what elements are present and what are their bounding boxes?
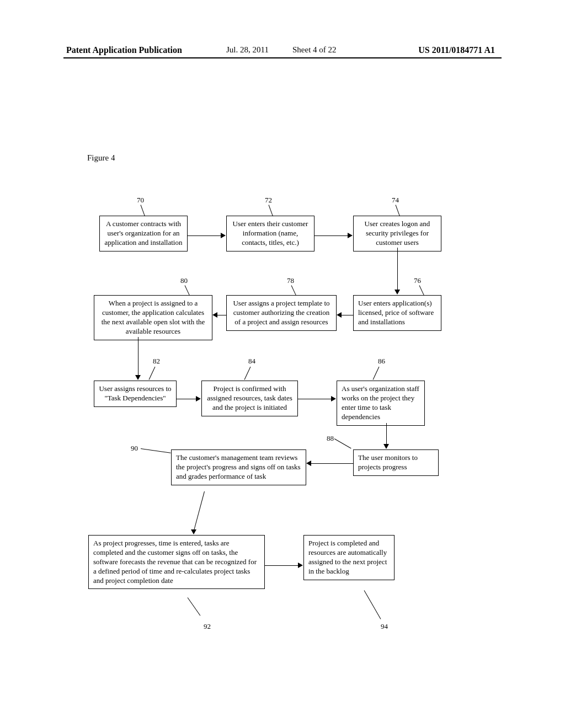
ref-80: 80 — [180, 276, 188, 285]
leader-90 — [141, 448, 171, 453]
leader-80 — [185, 285, 190, 296]
arrowhead-86-88 — [383, 444, 389, 449]
ref-82: 82 — [153, 357, 160, 366]
box-92: As project progresses, time is entered, … — [88, 535, 265, 589]
arrowhead-78-80 — [212, 312, 217, 318]
arrow-82-84 — [177, 399, 197, 399]
leader-94 — [364, 590, 381, 619]
leader-88 — [334, 438, 351, 448]
header-publication: Patent Application Publication — [66, 45, 182, 55]
flowchart-diagram: A customer contracts with user's organiz… — [83, 196, 480, 654]
box-72: User enters their customer information (… — [226, 216, 315, 251]
box-76: User enters application(s) licensed, pri… — [353, 295, 441, 331]
arrowhead-74-76 — [395, 290, 400, 295]
ref-94: 94 — [381, 622, 388, 631]
ref-92: 92 — [204, 622, 211, 631]
header-date: Jul. 28, 2011 — [226, 45, 269, 55]
arrowhead-76-78 — [337, 312, 342, 318]
ref-78: 78 — [287, 276, 294, 285]
arrow-78-80 — [217, 315, 226, 315]
box-84: Project is confirmed with assigned resou… — [201, 381, 298, 416]
leader-84 — [244, 367, 251, 380]
figure-label: Figure 4 — [87, 153, 115, 163]
ref-84: 84 — [248, 357, 255, 366]
header-sheet: Sheet 4 of 22 — [292, 45, 337, 55]
ref-74: 74 — [392, 196, 399, 205]
arrowhead-70-72 — [221, 233, 226, 238]
leader-78 — [291, 285, 296, 296]
box-70: A customer contracts with user's organiz… — [99, 216, 188, 251]
ref-88: 88 — [327, 434, 334, 443]
ref-76: 76 — [414, 276, 421, 285]
arrowhead-82-84 — [196, 396, 201, 402]
leader-86 — [373, 367, 380, 380]
arrowhead-92-94 — [298, 563, 303, 568]
header-rule — [63, 57, 502, 58]
box-90: The customer's management team reviews t… — [171, 449, 306, 485]
ref-72: 72 — [265, 196, 272, 205]
arrow-72-74 — [315, 235, 349, 236]
ref-90: 90 — [131, 444, 138, 453]
arrow-74-76 — [397, 248, 398, 291]
box-88: The user monitors to projects progress — [353, 449, 439, 476]
box-86: As user's organization staff works on th… — [337, 381, 425, 426]
arrow-80-82 — [138, 337, 138, 376]
ref-70: 70 — [137, 196, 144, 205]
box-80: When a project is assigned to a customer… — [94, 295, 212, 340]
arrow-76-78 — [341, 315, 353, 315]
leader-92 — [188, 597, 201, 615]
header-pubnum: US 2011/0184771 A1 — [418, 45, 495, 55]
arrow-92-94 — [265, 565, 299, 566]
ref-86: 86 — [378, 357, 385, 366]
leader-82 — [149, 367, 156, 380]
arrowhead-90-92 — [191, 529, 196, 534]
arrow-86-88 — [386, 423, 387, 445]
arrow-84-86 — [298, 399, 332, 399]
arrow-90-92 — [194, 491, 205, 532]
leader-74 — [396, 205, 400, 216]
arrowhead-80-82 — [135, 375, 141, 380]
box-74: User creates logon and security privileg… — [353, 216, 441, 251]
leader-72 — [269, 205, 273, 216]
arrowhead-88-90 — [306, 461, 311, 466]
arrowhead-72-74 — [348, 233, 353, 238]
arrow-70-72 — [188, 235, 222, 236]
leader-70 — [141, 205, 145, 216]
box-82: User assigns resources to "Task Dependen… — [94, 381, 177, 407]
box-94: Project is completed and resources are a… — [303, 535, 395, 580]
arrow-88-90 — [311, 463, 353, 464]
box-78: User assigns a project template to custo… — [226, 295, 337, 331]
arrowhead-84-86 — [331, 396, 336, 402]
leader-76 — [419, 285, 424, 296]
